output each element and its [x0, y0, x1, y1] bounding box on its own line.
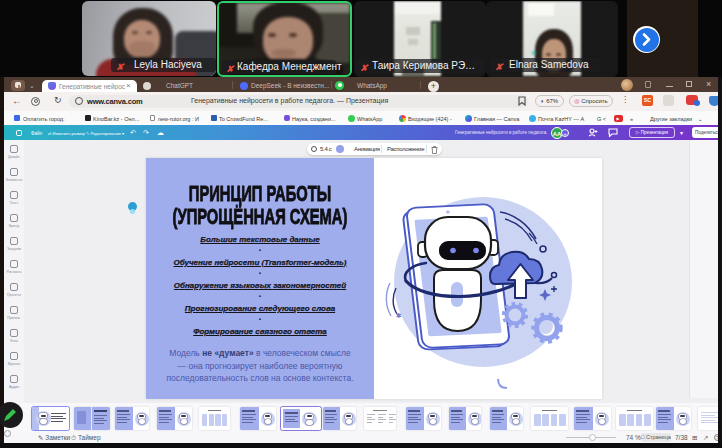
svg-text:✱: ✱ — [396, 312, 402, 319]
